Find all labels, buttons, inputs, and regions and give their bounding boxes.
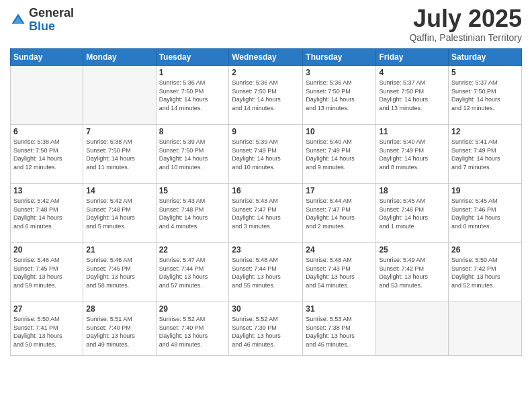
location: Qaffin, Palestinian Territory [409,32,522,43]
weekday-header: Wednesday [229,49,303,66]
day-info: Sunrise: 5:50 AM Sunset: 7:41 PM Dayligh… [13,315,80,349]
day-number: 21 [86,245,152,255]
day-number: 7 [86,127,152,136]
calendar-week-row: 27Sunrise: 5:50 AM Sunset: 7:41 PM Dayli… [11,302,522,356]
day-number: 27 [13,304,80,314]
day-info: Sunrise: 5:43 AM Sunset: 7:47 PM Dayligh… [232,197,300,230]
day-number: 3 [306,68,373,77]
day-number: 15 [159,186,226,195]
calendar-cell: 21Sunrise: 5:46 AM Sunset: 7:45 PM Dayli… [83,243,156,302]
calendar-cell: 1Sunrise: 5:36 AM Sunset: 7:50 PM Daylig… [156,66,229,125]
day-number: 9 [232,127,300,136]
calendar-cell: 29Sunrise: 5:52 AM Sunset: 7:40 PM Dayli… [156,302,229,356]
day-number: 14 [86,186,152,195]
day-info: Sunrise: 5:50 AM Sunset: 7:42 PM Dayligh… [451,256,519,289]
day-number: 16 [232,186,300,195]
calendar-cell: 3Sunrise: 5:36 AM Sunset: 7:50 PM Daylig… [303,66,376,125]
day-info: Sunrise: 5:43 AM Sunset: 7:48 PM Dayligh… [159,197,226,230]
day-info: Sunrise: 5:47 AM Sunset: 7:44 PM Dayligh… [159,256,226,289]
day-number: 10 [306,127,373,136]
day-number: 5 [451,68,519,77]
logo-icon [10,12,26,28]
calendar-cell: 20Sunrise: 5:46 AM Sunset: 7:45 PM Dayli… [11,243,83,302]
title-block: July 2025 Qaffin, Palestinian Territory [409,7,522,43]
day-number: 29 [159,304,226,314]
weekday-header: Tuesday [156,49,229,66]
calendar-cell: 22Sunrise: 5:47 AM Sunset: 7:44 PM Dayli… [156,243,229,302]
day-info: Sunrise: 5:48 AM Sunset: 7:43 PM Dayligh… [306,256,373,289]
day-info: Sunrise: 5:38 AM Sunset: 7:50 PM Dayligh… [86,138,152,171]
calendar-cell: 9Sunrise: 5:39 AM Sunset: 7:49 PM Daylig… [229,125,303,184]
day-info: Sunrise: 5:38 AM Sunset: 7:50 PM Dayligh… [13,138,80,171]
weekday-header: Thursday [303,49,376,66]
calendar-cell [449,302,522,356]
day-number: 4 [379,68,445,77]
weekday-header: Friday [376,49,449,66]
calendar-cell [376,302,449,356]
day-info: Sunrise: 5:49 AM Sunset: 7:42 PM Dayligh… [379,256,445,289]
calendar-cell: 10Sunrise: 5:40 AM Sunset: 7:49 PM Dayli… [303,125,376,184]
day-info: Sunrise: 5:48 AM Sunset: 7:44 PM Dayligh… [232,256,300,289]
logo-general: General [29,6,74,19]
day-number: 17 [306,186,373,195]
day-number: 6 [13,127,80,136]
calendar-cell: 12Sunrise: 5:41 AM Sunset: 7:49 PM Dayli… [449,125,522,184]
day-number: 11 [379,127,445,136]
day-number: 25 [379,245,445,255]
day-number: 19 [451,186,519,195]
calendar-cell: 25Sunrise: 5:49 AM Sunset: 7:42 PM Dayli… [376,243,449,302]
calendar-cell: 6Sunrise: 5:38 AM Sunset: 7:50 PM Daylig… [11,125,83,184]
day-number: 23 [232,245,300,255]
calendar-cell: 17Sunrise: 5:44 AM Sunset: 7:47 PM Dayli… [303,184,376,243]
day-info: Sunrise: 5:51 AM Sunset: 7:40 PM Dayligh… [86,315,152,349]
calendar-cell: 24Sunrise: 5:48 AM Sunset: 7:43 PM Dayli… [303,243,376,302]
weekday-header: Sunday [11,49,83,66]
day-number: 24 [306,245,373,255]
day-info: Sunrise: 5:52 AM Sunset: 7:39 PM Dayligh… [232,315,300,349]
day-number: 31 [306,304,373,314]
day-number: 20 [13,245,80,255]
calendar-cell: 16Sunrise: 5:43 AM Sunset: 7:47 PM Dayli… [229,184,303,243]
day-info: Sunrise: 5:46 AM Sunset: 7:45 PM Dayligh… [13,256,80,289]
calendar-cell [83,66,156,125]
day-info: Sunrise: 5:41 AM Sunset: 7:49 PM Dayligh… [451,138,519,171]
day-info: Sunrise: 5:36 AM Sunset: 7:50 PM Dayligh… [232,79,300,112]
day-info: Sunrise: 5:39 AM Sunset: 7:49 PM Dayligh… [232,138,300,171]
calendar-cell: 28Sunrise: 5:51 AM Sunset: 7:40 PM Dayli… [83,302,156,356]
day-info: Sunrise: 5:52 AM Sunset: 7:40 PM Dayligh… [159,315,226,349]
logo: General Blue [10,7,74,34]
calendar-header-row: SundayMondayTuesdayWednesdayThursdayFrid… [11,49,522,66]
calendar-table: SundayMondayTuesdayWednesdayThursdayFrid… [10,48,522,356]
day-info: Sunrise: 5:39 AM Sunset: 7:50 PM Dayligh… [159,138,226,171]
logo-blue: Blue [29,19,55,33]
day-number: 22 [159,245,226,255]
calendar-cell: 2Sunrise: 5:36 AM Sunset: 7:50 PM Daylig… [229,66,303,125]
day-info: Sunrise: 5:37 AM Sunset: 7:50 PM Dayligh… [379,79,445,112]
day-info: Sunrise: 5:45 AM Sunset: 7:46 PM Dayligh… [451,197,519,230]
day-info: Sunrise: 5:44 AM Sunset: 7:47 PM Dayligh… [306,197,373,230]
day-info: Sunrise: 5:53 AM Sunset: 7:38 PM Dayligh… [306,315,373,349]
day-number: 12 [451,127,519,136]
day-number: 18 [379,186,445,195]
calendar-week-row: 20Sunrise: 5:46 AM Sunset: 7:45 PM Dayli… [11,243,522,302]
day-info: Sunrise: 5:36 AM Sunset: 7:50 PM Dayligh… [306,79,373,112]
day-info: Sunrise: 5:45 AM Sunset: 7:46 PM Dayligh… [379,197,445,230]
day-number: 1 [159,68,226,77]
day-number: 13 [13,186,80,195]
day-number: 2 [232,68,300,77]
calendar-cell: 5Sunrise: 5:37 AM Sunset: 7:50 PM Daylig… [449,66,522,125]
calendar-cell: 27Sunrise: 5:50 AM Sunset: 7:41 PM Dayli… [11,302,83,356]
header: General Blue July 2025 Qaffin, Palestini… [10,7,522,43]
calendar-cell: 26Sunrise: 5:50 AM Sunset: 7:42 PM Dayli… [449,243,522,302]
calendar-cell: 11Sunrise: 5:40 AM Sunset: 7:49 PM Dayli… [376,125,449,184]
calendar-cell: 13Sunrise: 5:42 AM Sunset: 7:48 PM Dayli… [11,184,83,243]
page: General Blue July 2025 Qaffin, Palestini… [0,0,532,411]
day-info: Sunrise: 5:40 AM Sunset: 7:49 PM Dayligh… [379,138,445,171]
calendar-cell: 18Sunrise: 5:45 AM Sunset: 7:46 PM Dayli… [376,184,449,243]
calendar-cell [11,66,83,125]
calendar-cell: 4Sunrise: 5:37 AM Sunset: 7:50 PM Daylig… [376,66,449,125]
calendar-cell: 31Sunrise: 5:53 AM Sunset: 7:38 PM Dayli… [303,302,376,356]
weekday-header: Monday [83,49,156,66]
day-number: 8 [159,127,226,136]
day-info: Sunrise: 5:37 AM Sunset: 7:50 PM Dayligh… [451,79,519,112]
